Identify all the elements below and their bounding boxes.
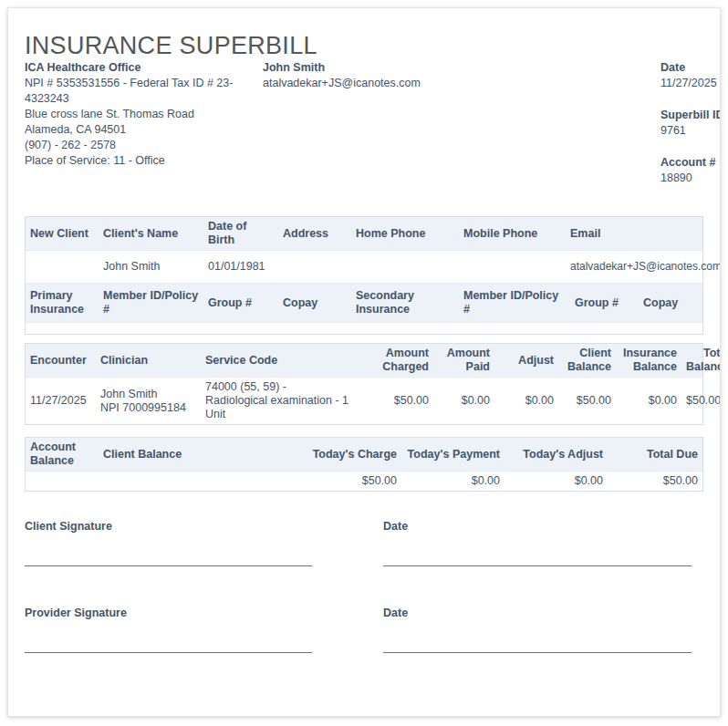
client-signature-date-block: Date	[383, 520, 698, 566]
col-header-todays-charge: Today's Charge	[203, 438, 401, 471]
clinician-name: John Smith	[100, 388, 186, 401]
account-value: 18890	[660, 171, 703, 186]
todays-charge-value: $50.00	[203, 472, 401, 491]
client-signature-label: Client Signature	[25, 520, 383, 534]
date-value: 11/27/2025	[660, 76, 703, 91]
col-header-secondary-member-id: Member ID/Policy #	[459, 284, 570, 322]
provider-signature-label: Provider Signature	[25, 607, 383, 620]
office-address-city: Alameda, CA 94501	[25, 122, 253, 138]
office-info: ICA Healthcare Office NPI # 5353531556 -…	[25, 60, 253, 202]
encounter-client-balance-value: $50.00	[558, 378, 616, 424]
col-header-address: Address	[278, 217, 351, 250]
col-header-secondary-insurance: Secondary Insurance	[351, 284, 459, 322]
col-header-encounter: Encounter	[26, 344, 96, 377]
col-header-primary-group: Group #	[203, 284, 278, 322]
col-header-client-balance2: Client Balance	[99, 438, 203, 471]
patient-email: atalvadekar+JS@icanotes.com	[263, 76, 421, 91]
client-home-phone-value	[351, 251, 459, 283]
col-header-email: Email	[566, 217, 702, 250]
col-header-service-code: Service Code	[201, 344, 356, 377]
encounter-table-row: 11/27/2025 John Smith NPI 7000995184 740…	[26, 377, 702, 424]
col-header-primary-member-id: Member ID/Policy #	[99, 284, 203, 322]
encounter-adjust-value: $0.00	[494, 378, 558, 424]
meta-account: Account # 18890	[660, 155, 703, 186]
client-name-value: John Smith	[99, 251, 203, 283]
client-table-row: John Smith 01/01/1981 atalvadekar+JS@ica…	[26, 250, 702, 283]
provider-signature-block: Provider Signature	[25, 607, 383, 653]
client-mobile-phone-value	[459, 251, 566, 283]
provider-signature-row: Provider Signature Date	[25, 607, 703, 653]
clinician-npi: NPI 7000995184	[100, 401, 186, 415]
col-header-adjust: Adjust	[494, 344, 558, 377]
col-header-amount-charged: Amount Charged	[356, 344, 433, 377]
col-header-primary-insurance: Primary Insurance	[26, 284, 99, 322]
col-header-home-phone: Home Phone	[351, 217, 459, 250]
client-email-value: atalvadekar+JS@icanotes.com	[566, 251, 721, 283]
provider-signature-line	[25, 652, 312, 653]
place-of-service: Place of Service: 11 - Office	[25, 153, 253, 169]
superbill-meta: Date 11/27/2025 Superbill ID: 9761 Accou…	[660, 60, 703, 202]
client-signature-date-line	[383, 565, 692, 566]
insurance-empty-row	[26, 322, 702, 334]
account-balance-value	[26, 472, 99, 491]
header-info: ICA Healthcare Office NPI # 5353531556 -…	[25, 60, 703, 202]
client-new-client-value	[26, 251, 99, 283]
col-header-primary-copay: Copay	[278, 284, 351, 322]
patient-name: John Smith	[263, 60, 421, 76]
col-header-amount-paid: Amount Paid	[433, 344, 494, 377]
client-insurance-table: New Client Client's Name Date of Birth A…	[25, 216, 703, 335]
office-address-street: Blue cross lane St. Thomas Road	[25, 107, 253, 122]
col-header-clinician: Clinician	[96, 344, 201, 377]
todays-adjust-value: $0.00	[504, 472, 608, 491]
superbill-id-value: 9761	[660, 123, 703, 139]
office-npi-taxid: NPI # 5353531556 - Federal Tax ID # 23-4…	[25, 76, 253, 107]
encounter-table: Encounter Clinician Service Code Amount …	[25, 343, 703, 425]
meta-superbill-id: Superbill ID: 9761	[660, 108, 703, 139]
balance-table-row: $50.00 $0.00 $0.00 $50.00	[26, 471, 702, 491]
client-signature-row: Client Signature Date	[25, 520, 703, 566]
col-header-todays-adjust: Today's Adjust	[504, 438, 608, 471]
encounter-amount-paid-value: $0.00	[433, 378, 494, 424]
total-due-value: $50.00	[608, 472, 702, 491]
date-label: Date	[660, 60, 703, 76]
provider-signature-date-label: Date	[383, 607, 698, 620]
col-header-new-client: New Client	[26, 217, 99, 250]
todays-payment-value: $0.00	[401, 472, 504, 491]
client-dob-value: 01/01/1981	[203, 251, 278, 283]
col-header-secondary-copay: Copay	[639, 284, 702, 322]
col-header-mobile-phone: Mobile Phone	[459, 217, 566, 250]
col-header-todays-payment: Today's Payment	[401, 438, 504, 471]
col-header-secondary-group: Group #	[570, 284, 639, 322]
encounter-table-header: Encounter Clinician Service Code Amount …	[26, 344, 702, 377]
patient-info: John Smith atalvadekar+JS@icanotes.com	[263, 60, 421, 202]
superbill-document: INSURANCE SUPERBILL ICA Healthcare Offic…	[7, 7, 721, 717]
client-balance-value	[99, 472, 203, 491]
account-balance-table: Account Balance Client Balance Today's C…	[25, 437, 703, 492]
col-header-client-balance: Client Balance	[558, 344, 616, 377]
col-header-total-balance: Total Balance	[681, 344, 721, 377]
encounter-clinician-value: John Smith NPI 7000995184	[96, 378, 201, 424]
insurance-table-header: Primary Insurance Member ID/Policy # Gro…	[26, 283, 702, 322]
col-header-clients-name: Client's Name	[99, 217, 203, 250]
signature-section: Client Signature Date Provider Signature…	[25, 520, 703, 653]
encounter-amount-charged-value: $50.00	[356, 378, 433, 424]
col-header-total-due: Total Due	[608, 438, 702, 471]
page-title: INSURANCE SUPERBILL	[25, 32, 703, 60]
provider-signature-date-block: Date	[383, 607, 698, 653]
col-header-date-of-birth: Date of Birth	[203, 217, 278, 250]
office-name: ICA Healthcare Office	[25, 60, 253, 76]
provider-signature-date-line	[383, 652, 692, 653]
client-address-value	[278, 251, 351, 283]
col-header-account-balance: Account Balance	[26, 438, 99, 471]
account-label: Account #	[660, 155, 703, 171]
balance-table-header: Account Balance Client Balance Today's C…	[26, 438, 702, 471]
encounter-service-code-value: 74000 (55, 59) - Radiological examinatio…	[201, 378, 356, 424]
client-signature-line	[25, 565, 312, 566]
superbill-id-label: Superbill ID:	[660, 108, 703, 123]
meta-date: Date 11/27/2025	[660, 60, 703, 91]
encounter-total-balance-value: $50.00	[681, 378, 721, 424]
encounter-date-value: 11/27/2025	[26, 378, 96, 424]
office-phone: (907) - 262 - 2578	[25, 138, 253, 153]
client-signature-block: Client Signature	[25, 520, 383, 566]
client-signature-date-label: Date	[383, 520, 698, 534]
